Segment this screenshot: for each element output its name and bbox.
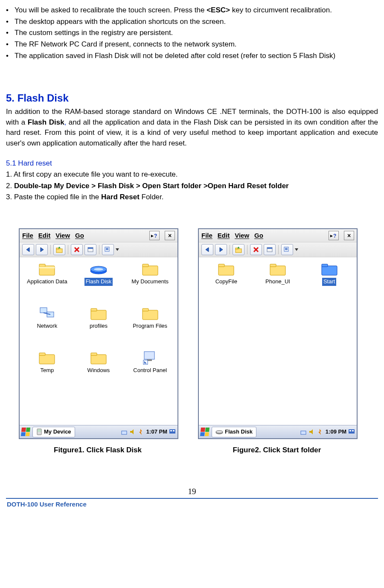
svg-rect-23 [40,308,47,313]
label: Windows [87,367,110,375]
menu-view[interactable]: View [55,231,70,240]
power-tray-icon[interactable] [317,428,324,435]
view-button[interactable] [102,244,114,255]
power-tray-icon[interactable] [138,428,145,435]
folder-start[interactable]: Start [303,261,355,303]
up-button[interactable] [233,244,244,255]
svg-text:▸: ▸ [151,233,154,238]
folder-program-files[interactable]: Program Files [124,305,176,348]
svg-rect-44 [170,430,172,431]
step: 3. Paste the copied file in the Hard Res… [6,192,378,203]
label: CopyFile [215,278,237,286]
svg-point-68 [216,431,223,433]
menu-view[interactable]: View [235,231,249,240]
dropdown-arrow-icon[interactable] [295,248,298,251]
svg-marker-70 [309,429,313,434]
svg-rect-33 [91,353,97,355]
menubar: File Edit View Go ▸? × [199,229,357,242]
menu-file[interactable]: File [22,231,33,240]
view-icon [105,247,111,253]
menu-go[interactable]: Go [75,231,84,240]
up-button[interactable] [53,244,65,255]
back-button[interactable] [22,244,34,255]
help-button[interactable]: ▸? [329,231,339,240]
folder-copyfile[interactable]: CopyFile [201,261,252,303]
folder-icon [38,261,56,277]
svg-rect-30 [39,355,55,364]
svg-rect-27 [91,309,97,311]
folder-windows[interactable]: Windows [73,349,125,392]
taskbar-label[interactable]: My Device [32,427,75,437]
svg-rect-64 [270,264,276,267]
folder-icon [90,349,108,366]
menu-go[interactable]: Go [254,231,263,240]
shortcut-control-panel[interactable]: Control Panel [124,349,176,392]
delete-button[interactable] [71,244,83,255]
text: Folder. [140,193,164,201]
properties-button[interactable] [264,244,276,255]
text: You will be asked to recalibrate the tou… [15,6,207,14]
content-area[interactable]: Application Data Flash Disk My Documents… [20,257,177,425]
list-item: The application saved in Flash Disk will… [6,51,378,61]
network-icon [38,305,56,321]
close-button[interactable]: × [165,231,175,240]
delete-button[interactable] [250,244,262,255]
svg-marker-60 [295,248,298,251]
label: Application Data [27,278,67,286]
text: My Device [44,428,71,436]
folder-my-documents[interactable]: My Documents [124,261,176,303]
folder-icon [38,349,56,366]
svg-marker-14 [116,248,119,251]
figure-caption: Figure2. Click Start folder [198,445,356,456]
svg-rect-12 [106,248,108,249]
svg-marker-42 [139,429,142,435]
network-tray-icon[interactable] [121,428,128,435]
forward-button[interactable] [215,244,227,255]
drive-flash-disk[interactable]: Flash Disk [73,261,125,303]
view-button[interactable] [281,244,293,255]
folder-phone-ui[interactable]: Phone_UI [252,261,304,303]
menu-edit[interactable]: Edit [218,231,230,240]
volume-tray-icon[interactable] [308,428,315,435]
dropdown-arrow-icon[interactable] [116,248,119,251]
taskbar-label[interactable]: Flash Disk [212,427,256,437]
help-button[interactable]: ▸? [149,231,160,240]
close-button[interactable]: × [344,231,354,240]
svg-rect-63 [270,266,285,275]
forward-button[interactable] [36,244,48,255]
folder-network[interactable]: Network [21,305,73,348]
start-button[interactable] [200,428,209,436]
folder-application-data[interactable]: Application Data [21,261,73,303]
svg-marker-6 [58,247,61,248]
svg-rect-39 [38,429,41,432]
content-area[interactable]: CopyFile Phone_UI Start [199,257,357,425]
folder-profiles[interactable]: profiles [73,305,125,348]
svg-rect-69 [301,431,306,434]
start-button[interactable] [21,428,30,436]
svg-rect-66 [322,264,328,267]
svg-rect-22 [143,264,148,267]
folder-temp[interactable]: Temp [21,349,73,392]
text-bold: Hard Reset [101,193,140,201]
desktop-tray-icon[interactable] [348,428,355,435]
menu-file[interactable]: File [201,231,212,240]
menubar: File Edit View Go ▸? × [20,229,177,242]
section-heading: 5. Flash Disk [6,91,378,106]
folder-icon [320,261,338,277]
step: 2. Double-tap My Device > Flash Disk > O… [6,181,378,192]
properties-button[interactable] [84,244,96,255]
network-tray-icon[interactable] [300,428,307,435]
help-cursor-icon: ▸? [151,233,158,239]
clock: 1:09 PM [326,428,346,436]
subsection-heading: 5.1 Hard reset [6,158,378,169]
svg-rect-40 [122,431,127,434]
delete-x-icon [74,247,80,253]
volume-tray-icon[interactable] [129,428,136,435]
list-item: The custom settings in the registry are … [6,28,378,38]
desktop-tray-icon[interactable] [169,428,176,435]
back-button[interactable] [201,244,213,255]
menu-edit[interactable]: Edit [38,231,50,240]
label: Network [37,322,57,330]
text: 2. [6,182,14,190]
list-item: You will be asked to recalibrate the tou… [6,5,378,16]
